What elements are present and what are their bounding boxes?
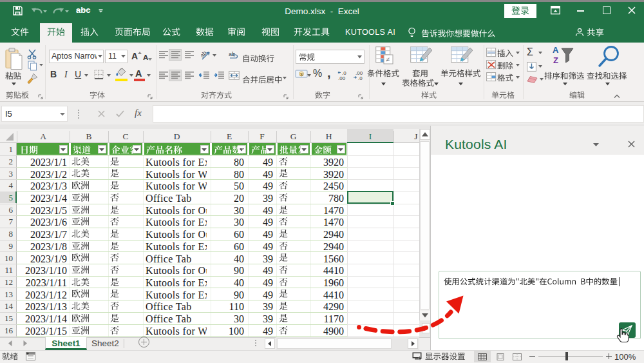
- svg-text:$: $: [300, 72, 303, 77]
- svg-text:ab: ab: [201, 50, 208, 59]
- svg-text:.00: .00: [338, 75, 346, 81]
- svg-text:≠: ≠: [386, 55, 390, 63]
- svg-text:.0: .0: [358, 75, 363, 81]
